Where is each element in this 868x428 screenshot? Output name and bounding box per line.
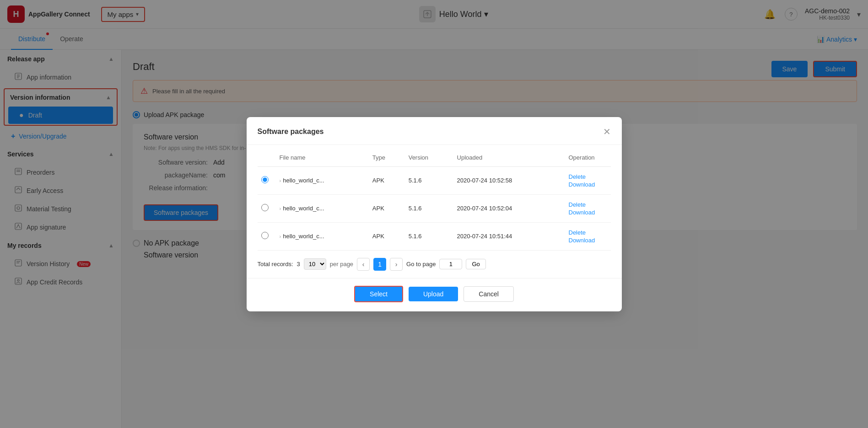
row-version: 5.1.6	[405, 194, 453, 222]
modal-body: File name Type Version Uploaded Operatio…	[247, 145, 622, 251]
th-operation: Operation	[565, 149, 611, 167]
go-to-page-input[interactable]	[439, 259, 462, 269]
total-records-label: Total records:	[258, 261, 293, 268]
row-uploaded: 2020-07-24 10:52:04	[453, 194, 565, 222]
modal-overlay[interactable]: Software packages ✕ File name Type Versi…	[0, 0, 868, 428]
row-filename: hello_world_c...	[283, 177, 324, 184]
delete-link-2[interactable]: Delete	[569, 229, 607, 236]
per-page-text: per page	[330, 261, 353, 268]
upload-button[interactable]: Upload	[409, 287, 458, 301]
next-page-button[interactable]: ›	[390, 258, 403, 271]
table-row: › hello_world_c... APK 5.1.6 2020-07-24 …	[258, 166, 611, 194]
page-1-button[interactable]: 1	[373, 258, 386, 271]
th-version: Version	[405, 149, 453, 167]
row-operations: Delete Download	[565, 194, 611, 222]
th-select	[258, 149, 276, 167]
row-radio-cell[interactable]	[258, 166, 276, 194]
row-filename-cell: › hello_world_c...	[276, 194, 369, 222]
row-type: APK	[369, 166, 405, 194]
download-link-0[interactable]: Download	[569, 181, 607, 188]
download-link-1[interactable]: Download	[569, 209, 607, 216]
delete-link-1[interactable]: Delete	[569, 201, 607, 208]
file-chevron-icon: ›	[280, 178, 281, 183]
total-records-value: 3	[297, 261, 300, 268]
select-button[interactable]: Select	[354, 286, 403, 302]
row-type: APK	[369, 222, 405, 250]
row-operations: Delete Download	[565, 166, 611, 194]
row-filename-cell: › hello_world_c...	[276, 222, 369, 250]
file-chevron-icon: ›	[280, 206, 281, 211]
row-filename: hello_world_c...	[283, 233, 324, 240]
row-radio-1[interactable]	[261, 204, 269, 211]
row-version: 5.1.6	[405, 166, 453, 194]
cancel-button[interactable]: Cancel	[464, 286, 514, 302]
modal-title: Software packages	[258, 128, 324, 136]
go-to-page-label: Go to page	[406, 261, 436, 268]
row-filename: hello_world_c...	[283, 205, 324, 212]
modal-pagination: Total records: 3 10 20 50 per page ‹ 1 ›…	[247, 251, 622, 278]
row-type: APK	[369, 194, 405, 222]
modal-header: Software packages ✕	[247, 117, 622, 145]
modal-close-button[interactable]: ✕	[603, 126, 611, 137]
table-row: › hello_world_c... APK 5.1.6 2020-07-24 …	[258, 222, 611, 250]
row-version: 5.1.6	[405, 222, 453, 250]
row-uploaded: 2020-07-24 10:51:44	[453, 222, 565, 250]
prev-page-button[interactable]: ‹	[357, 258, 370, 271]
row-radio-2[interactable]	[261, 232, 269, 239]
table-row: › hello_world_c... APK 5.1.6 2020-07-24 …	[258, 194, 611, 222]
row-radio-0[interactable]	[261, 176, 269, 183]
per-page-select[interactable]: 10 20 50	[304, 258, 326, 270]
delete-link-0[interactable]: Delete	[569, 173, 607, 180]
th-type: Type	[369, 149, 405, 167]
row-operations: Delete Download	[565, 222, 611, 250]
software-packages-modal: Software packages ✕ File name Type Versi…	[247, 117, 622, 311]
table-header-row: File name Type Version Uploaded Operatio…	[258, 149, 611, 167]
th-uploaded: Uploaded	[453, 149, 565, 167]
go-button[interactable]: Go	[466, 259, 485, 269]
modal-footer: Select Upload Cancel	[247, 278, 622, 311]
row-radio-cell[interactable]	[258, 222, 276, 250]
download-link-2[interactable]: Download	[569, 237, 607, 244]
row-filename-cell: › hello_world_c...	[276, 166, 369, 194]
row-uploaded: 2020-07-24 10:52:58	[453, 166, 565, 194]
th-filename: File name	[276, 149, 369, 167]
packages-table: File name Type Version Uploaded Operatio…	[258, 149, 611, 251]
row-radio-cell[interactable]	[258, 194, 276, 222]
file-chevron-icon: ›	[280, 234, 281, 239]
